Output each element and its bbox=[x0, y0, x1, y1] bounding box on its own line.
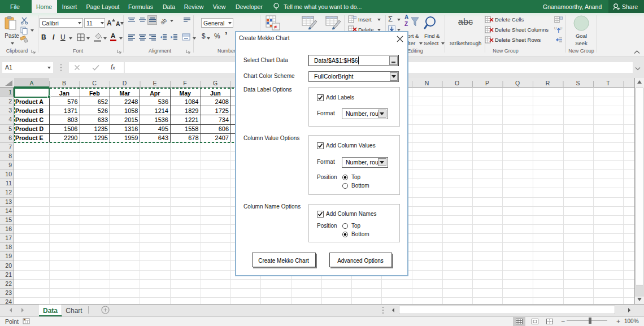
svg-text:8: 8 bbox=[8, 153, 12, 159]
svg-text:23: 23 bbox=[5, 289, 12, 296]
svg-text:1: 1 bbox=[8, 89, 12, 95]
svg-text:U: U bbox=[554, 27, 556, 30]
svg-text:22: 22 bbox=[5, 280, 12, 287]
svg-text:21: 21 bbox=[5, 271, 12, 278]
svg-text:10: 10 bbox=[5, 171, 12, 177]
svg-text:7: 7 bbox=[8, 144, 12, 150]
svg-text:4: 4 bbox=[8, 116, 12, 123]
svg-text:6: 6 bbox=[8, 134, 12, 141]
svg-text:ab: ab bbox=[160, 17, 168, 24]
svg-text:9: 9 bbox=[8, 162, 12, 168]
svg-text:20: 20 bbox=[5, 262, 12, 269]
svg-text:13: 13 bbox=[5, 198, 12, 205]
svg-text:24: 24 bbox=[5, 298, 12, 304]
svg-text:17: 17 bbox=[5, 234, 12, 241]
svg-text:3: 3 bbox=[8, 107, 12, 114]
svg-text:5: 5 bbox=[8, 125, 12, 132]
svg-text:2: 2 bbox=[8, 98, 12, 105]
svg-text:14: 14 bbox=[5, 207, 12, 214]
svg-text:16: 16 bbox=[5, 225, 12, 232]
svg-text:12: 12 bbox=[5, 189, 12, 195]
svg-text:18: 18 bbox=[5, 244, 12, 250]
svg-text:11: 11 bbox=[6, 180, 12, 186]
svg-text:19: 19 bbox=[5, 253, 12, 259]
svg-text:≠: ≠ bbox=[274, 24, 277, 30]
svg-text:15: 15 bbox=[5, 216, 12, 223]
